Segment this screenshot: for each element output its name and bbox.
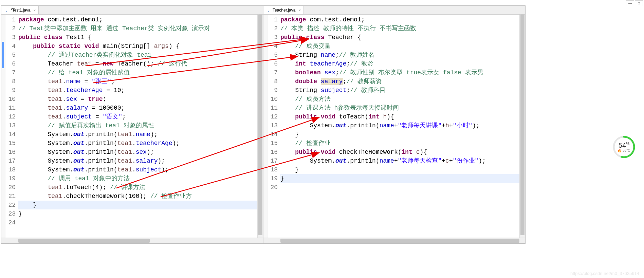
right-marker-bar bbox=[263, 15, 268, 238]
code-line[interactable]: tea1.toTeach(4); // 讲课方法 bbox=[18, 183, 257, 192]
gutter-line: 8 bbox=[268, 77, 278, 86]
performance-badge[interactable]: 54% 🔥 53°C bbox=[613, 136, 637, 160]
close-icon[interactable]: × bbox=[32, 8, 36, 12]
code-line[interactable]: // 给 tea1 对象的属性赋值 bbox=[18, 68, 257, 77]
code-line[interactable]: } bbox=[18, 209, 257, 218]
code-line[interactable]: System.out.println(tea1.subject); bbox=[18, 165, 257, 174]
code-line[interactable]: // Test类中添加主函数 用来 通过 Teacher类 实例化对象 演示对 bbox=[18, 24, 257, 33]
code-line[interactable]: System.out.println(tea1.salary); bbox=[18, 156, 257, 165]
gutter-line: 9 bbox=[268, 86, 278, 95]
right-pane: J Teacher.java × 12345678910111213141516… bbox=[263, 6, 525, 243]
gutter-line: 6 bbox=[5, 59, 16, 68]
code-line[interactable]: public void checkTheHomework(int c){ bbox=[280, 148, 519, 156]
gutter-line: 15 bbox=[268, 139, 278, 148]
left-horizontal-scrollbar[interactable] bbox=[18, 238, 257, 243]
code-line[interactable]: System.out.println(tea1.name); bbox=[18, 130, 257, 139]
gutter-line: 20 bbox=[5, 183, 16, 192]
code-line[interactable]: // 赋值后再次输出 tea1 对象的属性 bbox=[18, 121, 257, 130]
gutter-line: 18 bbox=[5, 165, 16, 174]
gutter-line: 21 bbox=[5, 192, 16, 201]
code-line[interactable]: System.out.println(tea1.sex); bbox=[18, 148, 257, 156]
code-line[interactable] bbox=[280, 183, 519, 192]
code-line[interactable] bbox=[18, 218, 257, 227]
right-vertical-scrollbar[interactable] bbox=[519, 15, 525, 238]
code-line[interactable]: public static void main(String[] args) { bbox=[18, 42, 257, 51]
code-line[interactable]: // 检查作业 bbox=[280, 139, 519, 148]
gutter-line: 3 bbox=[5, 33, 16, 42]
gutter-line: 15 bbox=[5, 139, 16, 148]
gutter-line: 1 bbox=[5, 15, 16, 24]
gutter-line: 9 bbox=[5, 86, 16, 95]
code-line[interactable]: public class Test1 { bbox=[18, 33, 257, 42]
right-horizontal-scrollbar[interactable] bbox=[280, 238, 519, 243]
maximize-button[interactable]: □ bbox=[635, 0, 643, 6]
ide-container: J *Test1.java × 123456789101112131415161… bbox=[1, 5, 526, 244]
right-tab[interactable]: J Teacher.java × bbox=[263, 6, 304, 14]
right-editor[interactable]: 1234567891011121314151617181920 package … bbox=[263, 15, 525, 238]
code-line[interactable]: System.out.println(name+"老师每天讲课"+h+"小时")… bbox=[280, 121, 519, 130]
gutter-line: 18 bbox=[268, 165, 278, 174]
left-tab[interactable]: J *Test1.java × bbox=[1, 6, 39, 14]
code-line[interactable]: // 成员方法 bbox=[280, 95, 519, 104]
gutter-line: 11 bbox=[268, 104, 278, 112]
gutter-line: 10 bbox=[5, 95, 16, 104]
code-line[interactable]: package com.test.demo1; bbox=[18, 15, 257, 24]
gutter-line: 2 bbox=[5, 24, 16, 33]
code-line[interactable]: tea1.salary = 100000; bbox=[18, 104, 257, 112]
code-line[interactable]: int teacherAge;// 教龄 bbox=[280, 59, 519, 68]
code-line[interactable]: // 调用 tea1 对象中的方法 bbox=[18, 174, 257, 183]
right-code[interactable]: package com.test.demo1;// 本类 描述 教师的特性 不执… bbox=[280, 15, 519, 238]
code-line[interactable]: // 成员变量 bbox=[280, 42, 519, 51]
gutter-line: 17 bbox=[268, 156, 278, 165]
window-controls: — □ bbox=[626, 0, 643, 6]
code-line[interactable]: package com.test.demo1; bbox=[280, 15, 519, 24]
gutter-line: 5 bbox=[268, 51, 278, 59]
code-line[interactable]: tea1.teacherAge = 10; bbox=[18, 86, 257, 95]
code-line[interactable]: } bbox=[18, 201, 257, 209]
code-line[interactable]: String subject;// 教师科目 bbox=[280, 86, 519, 95]
close-icon[interactable]: × bbox=[297, 8, 300, 12]
java-file-icon: J bbox=[4, 8, 9, 13]
tab-label: *Test1.java bbox=[11, 8, 31, 13]
gutter-line: 14 bbox=[5, 130, 16, 139]
code-line[interactable]: Teacher tea1 = new Teacher(); // 这行代 bbox=[18, 59, 257, 68]
code-line[interactable]: System.out.println(name+"老师每天检查"+c+"份作业"… bbox=[280, 156, 519, 165]
code-line[interactable]: tea1.checkTheHomework(100); // 检查作业方 bbox=[18, 192, 257, 201]
gutter-line: 11 bbox=[5, 104, 16, 112]
left-marker-bar bbox=[1, 15, 5, 238]
code-line[interactable]: // 讲课方法 h参数表示每天授课时间 bbox=[280, 104, 519, 112]
left-code[interactable]: package com.test.demo1;// Test类中添加主函数 用来… bbox=[18, 15, 257, 238]
gutter-line: 6 bbox=[268, 59, 278, 68]
code-line[interactable]: double salary;// 教师薪资 bbox=[280, 77, 519, 86]
code-line[interactable]: // 通过Teacher类实例化对象 tea1 bbox=[18, 51, 257, 59]
code-line[interactable]: System.out.println(tea1.teacherAge); bbox=[18, 139, 257, 148]
code-line[interactable]: } bbox=[280, 165, 519, 174]
gutter-line: 8 bbox=[5, 77, 16, 86]
gutter-line: 16 bbox=[268, 148, 278, 156]
code-line[interactable]: tea1.name = "张三"; bbox=[18, 77, 257, 86]
code-line[interactable]: String name;// 教师姓名 bbox=[280, 51, 519, 59]
gutter-line: 14 bbox=[268, 130, 278, 139]
code-line[interactable]: public void toTeach(int h){ bbox=[280, 112, 519, 121]
minimize-button[interactable]: — bbox=[626, 0, 634, 6]
code-line[interactable]: } bbox=[280, 130, 519, 139]
left-vertical-scrollbar[interactable] bbox=[257, 15, 263, 238]
code-line[interactable]: boolean sex;// 教师性别 布尔类型 true表示女 false 表… bbox=[280, 68, 519, 77]
tab-label: Teacher.java bbox=[273, 8, 295, 13]
left-gutter: 123456789101112131415161718192021222324 bbox=[5, 15, 18, 238]
code-line[interactable]: public class Teacher { bbox=[280, 33, 519, 42]
java-file-icon: J bbox=[266, 8, 271, 13]
code-line[interactable]: tea1.subject = "语文"; bbox=[18, 112, 257, 121]
left-tab-bar: J *Test1.java × bbox=[1, 6, 263, 15]
gutter-line: 7 bbox=[5, 68, 16, 77]
gutter-line: 12 bbox=[5, 112, 16, 121]
gutter-line: 17 bbox=[5, 156, 16, 165]
left-editor[interactable]: 123456789101112131415161718192021222324 … bbox=[1, 15, 263, 238]
gutter-line: 19 bbox=[5, 174, 16, 183]
gutter-line: 5 bbox=[5, 51, 16, 59]
code-line[interactable]: // 本类 描述 教师的特性 不执行 不书写主函数 bbox=[280, 24, 519, 33]
code-line[interactable]: } bbox=[280, 174, 519, 183]
code-line[interactable]: tea1.sex = true; bbox=[18, 95, 257, 104]
watermark: https://blog.csdn.net/m0_37625614 bbox=[570, 271, 639, 276]
gutter-line: 22 bbox=[5, 201, 16, 209]
